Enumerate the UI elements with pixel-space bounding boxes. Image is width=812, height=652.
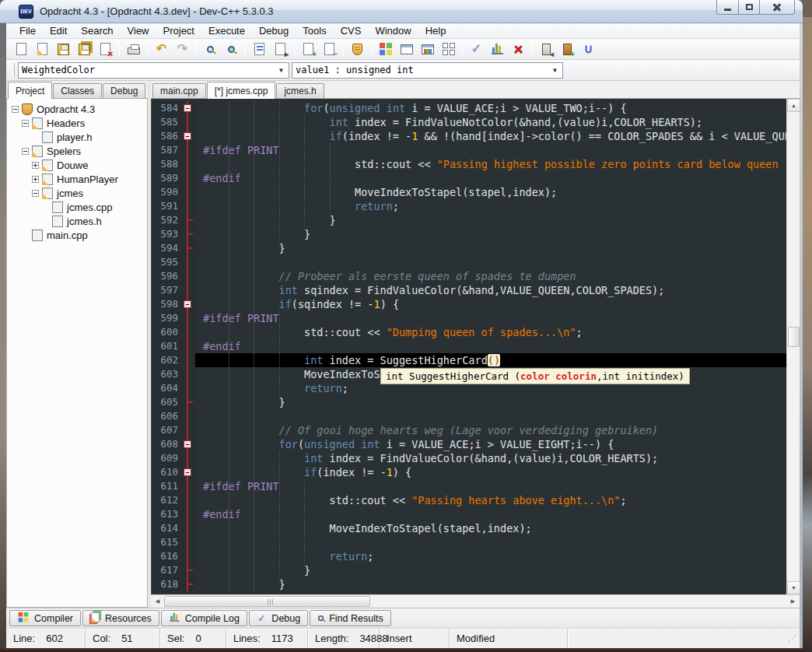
collapse-icon[interactable]: [12, 106, 19, 113]
new-file-button[interactable]: [11, 40, 32, 58]
tree-item-headers[interactable]: Headers: [12, 116, 147, 130]
report-tab-resources[interactable]: Resources: [82, 610, 159, 626]
sidebar-tab-debug[interactable]: Debug: [103, 83, 145, 98]
editor-tab-jcmes.cpp[interactable]: [*] jcmes.cpp: [207, 82, 276, 99]
fold-margin[interactable]: [183, 129, 195, 143]
fold-collapse-icon[interactable]: [184, 300, 191, 308]
compile-button[interactable]: ✓: [466, 40, 487, 58]
class-browser-combo[interactable]: WeightedColor ▼: [18, 62, 289, 79]
chevron-down-icon[interactable]: ▼: [549, 65, 561, 76]
maximize-button[interactable]: [739, 0, 760, 15]
code-line[interactable]: 618 }: [152, 577, 786, 591]
code-line[interactable]: 585 int index = FindValueNotColor(&hand,…: [152, 115, 786, 129]
menu-window[interactable]: Window: [368, 23, 418, 38]
menu-execute[interactable]: Execute: [201, 23, 252, 38]
tree-item-jcmes-cpp[interactable]: jcmes.cpp: [12, 200, 147, 214]
fold-margin[interactable]: [183, 437, 195, 451]
scroll-down-button[interactable]: ▼: [787, 581, 800, 594]
menu-help[interactable]: Help: [418, 23, 453, 38]
save-button[interactable]: [53, 40, 74, 58]
report-tab-find-results[interactable]: Find Results: [310, 610, 390, 626]
fold-collapse-icon[interactable]: [184, 468, 191, 476]
scroll-up-button[interactable]: ▲: [787, 99, 800, 112]
menu-view[interactable]: View: [121, 23, 156, 38]
configure-button[interactable]: [438, 40, 459, 58]
tree-item-jcmes[interactable]: jcmes: [12, 186, 147, 200]
compile-and-run-button[interactable]: ◂: [536, 40, 557, 58]
expand-icon[interactable]: [32, 176, 39, 183]
code-line[interactable]: 589#endif: [152, 171, 786, 185]
code-line[interactable]: 598 if(sqindex != -1) {: [152, 297, 786, 311]
tree-item-jcmes-h[interactable]: jcmes.h: [12, 214, 147, 228]
menu-edit[interactable]: Edit: [43, 23, 74, 38]
menu-cvs[interactable]: CVS: [334, 23, 369, 38]
menu-tools[interactable]: Tools: [296, 23, 333, 38]
tree-item-main-cpp[interactable]: main.cpp: [12, 228, 147, 242]
add-button[interactable]: +: [298, 40, 319, 58]
tree-item-player-h[interactable]: player.h: [12, 130, 147, 144]
sidebar-tab-project[interactable]: Project: [8, 82, 52, 99]
code-line[interactable]: 587#ifdef PRINT: [152, 143, 786, 157]
code-line[interactable]: 591 return;: [152, 199, 786, 213]
code-line[interactable]: 595: [152, 255, 786, 269]
menu-project[interactable]: Project: [156, 23, 201, 38]
project-options-button[interactable]: [417, 40, 438, 58]
goto-line-button[interactable]: [249, 40, 270, 58]
code-line[interactable]: 597 int sqindex = FindValueColor(&hand,V…: [152, 283, 786, 297]
tree-item-douwe[interactable]: Douwe: [12, 158, 147, 172]
code-line[interactable]: 600 std::cout << "Dumping queen of spade…: [152, 325, 786, 339]
tree-item-humanplayer[interactable]: HumanPlayer: [12, 172, 147, 186]
run-button[interactable]: [487, 40, 508, 58]
code-line[interactable]: 590 MoveIndexToStapel(stapel,index);: [152, 185, 786, 199]
tree-item-spelers[interactable]: Spelers: [12, 144, 147, 158]
fold-margin[interactable]: [183, 297, 195, 311]
undo-button[interactable]: ↶: [151, 40, 172, 58]
save-all-button[interactable]: [74, 40, 95, 58]
find-button[interactable]: [200, 40, 221, 58]
report-tab-compile-log[interactable]: Compile Log: [161, 610, 247, 626]
code-line[interactable]: 607 // Of gooi hoge hearts weg (Lage voo…: [152, 423, 786, 437]
current-code-line[interactable]: 602 int index = SuggestHigherCard(): [152, 353, 786, 367]
close-button[interactable]: [760, 0, 795, 15]
code-line[interactable]: 584 for(unsigned int i = VALUE_ACE;i > V…: [152, 101, 786, 115]
expand-icon[interactable]: [32, 162, 39, 169]
new-project-button[interactable]: [375, 40, 396, 58]
print-button[interactable]: [123, 40, 144, 58]
debug-run-button[interactable]: ∪: [578, 40, 599, 58]
tree-item-opdracht-4-3[interactable]: Opdracht 4.3: [12, 102, 147, 116]
code-line[interactable]: 609 int index = FindValueColor(&hand,(va…: [152, 451, 786, 465]
report-tab-debug[interactable]: ✓Debug: [249, 610, 308, 626]
new-window-button[interactable]: [396, 40, 417, 58]
fold-margin[interactable]: [183, 101, 195, 115]
code-line[interactable]: 613#endif: [152, 507, 786, 521]
sidebar-tab-classes[interactable]: Classes: [53, 83, 102, 98]
code-line[interactable]: 599#ifdef PRINT: [152, 311, 786, 325]
code-line[interactable]: 606: [152, 409, 786, 423]
horizontal-scrollbar[interactable]: ◀ ▶: [151, 594, 800, 608]
remove-button[interactable]: −: [319, 40, 340, 58]
code-line[interactable]: 592 }: [152, 213, 786, 227]
editor-tab-main.cpp[interactable]: main.cpp: [152, 83, 206, 98]
minimize-button[interactable]: [716, 0, 739, 15]
code-line[interactable]: 617 }: [152, 563, 786, 577]
code-line[interactable]: 601#endif: [152, 339, 786, 353]
abort-button[interactable]: [508, 40, 529, 58]
menu-file[interactable]: File: [12, 23, 43, 38]
code-line[interactable]: 616 return;: [152, 549, 786, 563]
vertical-scrollbar[interactable]: ▲ ▼: [786, 99, 800, 594]
scroll-right-button[interactable]: ▶: [786, 595, 800, 608]
chevron-down-icon[interactable]: ▼: [275, 65, 287, 76]
code-line[interactable]: 615: [152, 535, 786, 549]
code-line[interactable]: 605 }: [152, 395, 786, 409]
code-area[interactable]: 584 for(unsigned int i = VALUE_ACE;i > V…: [151, 99, 786, 594]
titlebar[interactable]: DEV Opdracht 4.3 - [Opdracht 4.3.dev] - …: [0, 0, 803, 23]
code-line[interactable]: 593 }: [152, 227, 786, 241]
code-line[interactable]: 596 // Probeer als eerste queen of spade…: [152, 269, 786, 283]
menu-debug[interactable]: Debug: [252, 23, 296, 38]
horizontal-scroll-thumb[interactable]: [164, 596, 370, 607]
project-tree[interactable]: Opdracht 4.3Headersplayer.hSpelersDouweH…: [6, 99, 148, 608]
resize-grip[interactable]: ⋰: [788, 633, 800, 643]
collapse-icon[interactable]: [32, 190, 39, 197]
collapse-icon[interactable]: [22, 148, 29, 155]
profile-button[interactable]: [347, 40, 368, 58]
